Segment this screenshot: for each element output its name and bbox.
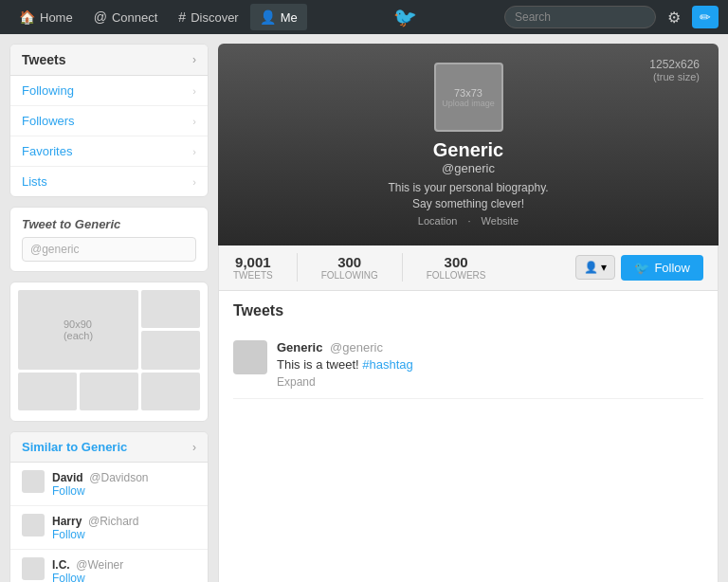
profile-meta: Location · Website	[414, 215, 522, 227]
similar-follow-1[interactable]: Follow	[52, 528, 139, 541]
profile-bio: This is your personal biography. Say som…	[388, 180, 548, 212]
nav-items: 🏠 Home @ Connect # Discover 👤 Me	[9, 4, 307, 30]
profile-website: Website	[482, 215, 519, 227]
similar-name-0: David @Davidson	[52, 470, 149, 484]
following-stat[interactable]: 300 FOLLOWING	[321, 254, 378, 281]
similar-user-0: David @Davidson Follow	[10, 463, 208, 506]
stats-actions: 👤 ▾ 🐦 Follow	[575, 255, 703, 281]
similar-arrow: ›	[192, 441, 196, 454]
person-btn-arrow: ▾	[601, 261, 607, 274]
compose-icon[interactable]: ✏	[692, 6, 719, 28]
tweet-to-input[interactable]	[22, 237, 196, 262]
similar-name-2: I.C. @Weiner	[52, 557, 123, 572]
lists-link[interactable]: Lists	[22, 174, 47, 189]
profile-bio-line1: This is your personal biography.	[388, 181, 548, 194]
following-label: FOLLOWING	[321, 270, 378, 281]
following-link[interactable]: Following	[22, 83, 74, 98]
settings-icon[interactable]: ⚙	[662, 5, 686, 30]
similar-panel: Similar to Generic › David @Davidson Fol…	[9, 431, 209, 582]
similar-avatar-0	[22, 470, 45, 493]
similar-avatar-2	[22, 557, 45, 580]
tweets-panel: Tweets › Following › Followers › Favorit…	[9, 44, 209, 197]
followers-label: FOLLOWERS	[427, 270, 486, 281]
profile-location: Location	[418, 215, 458, 227]
tweet-author-name: Generic	[277, 340, 322, 355]
followers-count: 300	[445, 254, 468, 270]
similar-follow-2[interactable]: Follow	[52, 572, 123, 582]
followers-item[interactable]: Followers ›	[10, 106, 208, 136]
follow-bird-icon: 🐦	[634, 261, 649, 275]
tweet-hashtag[interactable]: #hashtag	[362, 357, 413, 372]
photo-cell-5[interactable]	[141, 373, 200, 410]
main-container: Tweets › Following › Followers › Favorit…	[0, 34, 728, 582]
photo-cell-1[interactable]	[141, 290, 200, 328]
favorites-link[interactable]: Favorites	[22, 144, 72, 158]
profile-header: 1252x626 (true size) 73x73 Upload image …	[218, 44, 719, 246]
similar-header[interactable]: Similar to Generic ›	[10, 432, 208, 463]
profile-handle: @generic	[442, 161, 495, 175]
followers-stat[interactable]: 300 FOLLOWERS	[427, 254, 486, 281]
tweets-label: TWEETS	[233, 270, 273, 281]
similar-info-0: David @Davidson Follow	[52, 470, 149, 498]
tweets-panel-header[interactable]: Tweets ›	[10, 45, 208, 76]
tweets-section-title: Tweets	[233, 302, 703, 319]
tweets-panel-arrow: ›	[192, 53, 196, 66]
tweets-panel-title: Tweets	[22, 52, 65, 67]
tweet-avatar-0	[233, 340, 267, 374]
tweet-text: This is a tweet! #hashtag	[277, 356, 703, 373]
nav-discover[interactable]: # Discover	[169, 4, 247, 30]
followers-arrow: ›	[192, 116, 196, 127]
nav-me[interactable]: 👤 Me	[250, 4, 307, 30]
nav-right: ⚙ ✏	[504, 5, 719, 30]
search-input[interactable]	[504, 6, 656, 28]
lists-item[interactable]: Lists ›	[10, 167, 208, 196]
nav-home[interactable]: 🏠 Home	[9, 4, 82, 30]
tweet-author-handle: @generic	[330, 340, 383, 355]
similar-follow-0[interactable]: Follow	[52, 484, 149, 498]
tweet-content-0: Generic @generic This is a tweet! #hasht…	[277, 340, 703, 389]
tweets-section: Tweets Generic @generic This is a tweet!…	[218, 291, 719, 582]
profile-avatar[interactable]: 73x73 Upload image	[434, 63, 503, 132]
right-content: 1252x626 (true size) 73x73 Upload image …	[218, 44, 719, 582]
person-action-button[interactable]: 👤 ▾	[575, 255, 615, 280]
banner-true-size: (true size)	[649, 71, 700, 82]
tweets-stat[interactable]: 9,001 TWEETS	[233, 254, 273, 281]
follow-button[interactable]: 🐦 Follow	[621, 255, 703, 281]
photo-grid-panel: 90x90 (each)	[9, 282, 209, 422]
similar-name-1: Harry @Richard	[52, 514, 139, 528]
similar-info-2: I.C. @Weiner Follow	[52, 557, 123, 582]
similar-user-2: I.C. @Weiner Follow	[10, 550, 208, 582]
similar-user-1: Harry @Richard Follow	[10, 506, 208, 550]
tweet-expand[interactable]: Expand	[277, 375, 703, 389]
stats-bar: 9,001 TWEETS 300 FOLLOWING 300 FOLLOWERS…	[218, 246, 719, 291]
stat-divider-1	[297, 253, 298, 282]
photo-cell-3[interactable]	[18, 373, 77, 410]
hashtag-icon: #	[178, 9, 186, 25]
photo-cell-main[interactable]: 90x90 (each)	[18, 290, 138, 370]
profile-name: Generic	[433, 139, 503, 161]
tweet-author-line: Generic @generic	[277, 340, 703, 355]
tweet-to-panel: Tweet to Generic	[9, 207, 209, 272]
tweet-item-0: Generic @generic This is a tweet! #hasht…	[233, 331, 703, 399]
photo-cell-2[interactable]	[141, 331, 200, 369]
lists-arrow: ›	[192, 176, 196, 188]
nav-discover-label: Discover	[191, 10, 239, 25]
profile-bio-line2: Say something clever!	[412, 197, 524, 210]
photo-grid: 90x90 (each)	[18, 290, 200, 413]
profile-image-placeholder: Upload image	[442, 99, 495, 108]
profile-image-size: 73x73	[454, 87, 482, 99]
followers-link[interactable]: Followers	[22, 114, 75, 128]
favorites-arrow: ›	[192, 146, 196, 157]
nav-home-label: Home	[40, 10, 73, 25]
favorites-item[interactable]: Favorites ›	[10, 136, 208, 167]
stat-divider-2	[402, 253, 403, 282]
similar-title: Similar to Generic	[22, 440, 127, 454]
photo-cell-size: 90x90	[64, 318, 93, 330]
similar-info-1: Harry @Richard Follow	[52, 514, 139, 541]
left-sidebar: Tweets › Following › Followers › Favorit…	[9, 44, 209, 582]
tweet-text-before: This is a tweet!	[277, 357, 362, 372]
nav-connect-label: Connect	[112, 10, 157, 25]
nav-connect[interactable]: @ Connect	[84, 4, 168, 30]
following-item[interactable]: Following ›	[10, 76, 208, 106]
photo-cell-4[interactable]	[80, 373, 138, 410]
